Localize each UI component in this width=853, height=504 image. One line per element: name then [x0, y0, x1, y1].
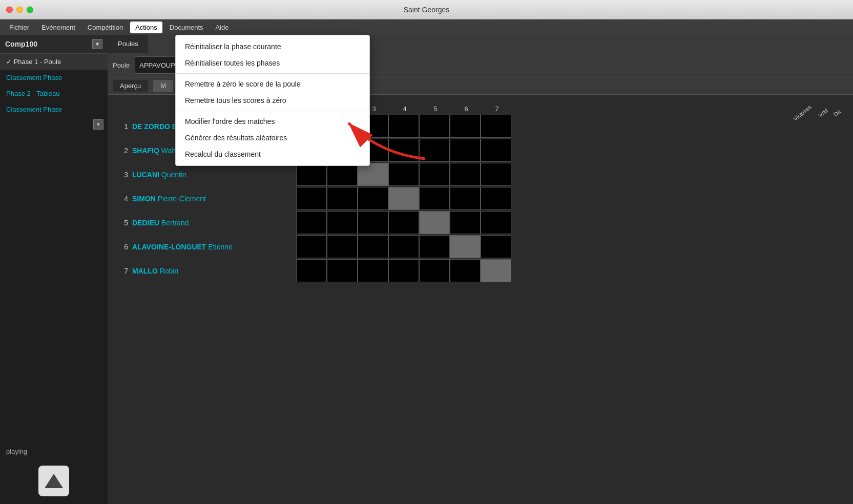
sidebar-phase-3[interactable]: Phase 2 - Tableau	[0, 86, 108, 101]
cell-4-1[interactable]	[296, 187, 327, 210]
player-num-1: 1	[118, 122, 128, 131]
cell-5-1[interactable]	[296, 211, 327, 234]
cell-3-5[interactable]	[419, 163, 450, 186]
player-name-3: LUCANI Quentin	[132, 171, 296, 179]
cell-7-2[interactable]	[327, 259, 358, 282]
cell-5-3[interactable]	[358, 211, 388, 234]
comp-name: Comp100	[5, 40, 92, 48]
cell-6-6[interactable]	[450, 235, 481, 258]
cell-3-4[interactable]	[388, 163, 419, 186]
col-headers: 1 2 3 4 5 6 7	[297, 105, 843, 113]
tab-m[interactable]: M	[153, 80, 173, 92]
dropdown-item-modifier-ordre[interactable]: Modifier l'ordre des matches	[176, 113, 369, 130]
dropdown-item-recalcul[interactable]: Recalcul du classement	[176, 146, 369, 162]
cell-7-6[interactable]	[450, 259, 481, 282]
cell-5-2[interactable]	[327, 211, 358, 234]
sidebar-phase-2[interactable]: Classement Phase	[0, 70, 108, 86]
menu-competition[interactable]: Compétition	[82, 22, 128, 33]
player-name-7: MALLO Robin	[132, 267, 296, 275]
player-name-4: SIMON Pierre-Clement	[132, 195, 296, 203]
cell-3-2[interactable]	[327, 163, 358, 186]
cell-5-5[interactable]	[419, 211, 450, 234]
dropdown-item-reset-score-poule[interactable]: Remettre à zéro le score de la poule	[176, 76, 369, 92]
cell-3-3[interactable]	[358, 163, 388, 186]
cell-5-4[interactable]	[388, 211, 419, 234]
cell-7-4[interactable]	[388, 259, 419, 282]
up-button[interactable]	[38, 466, 69, 496]
player-num-3: 3	[118, 171, 128, 179]
close-button[interactable]	[6, 6, 13, 13]
poule-label: Poule	[113, 61, 130, 69]
cell-6-2[interactable]	[327, 235, 358, 258]
comp-dropdown-btn[interactable]: ▼	[92, 39, 102, 49]
minimize-button[interactable]	[16, 6, 23, 13]
cell-2-4[interactable]	[388, 139, 419, 162]
menu-evenement[interactable]: Evénement	[36, 22, 80, 33]
cell-1-5[interactable]	[419, 115, 450, 138]
cell-6-5[interactable]	[419, 235, 450, 258]
sidebar-phase-1[interactable]: Phase 1 - Poule	[0, 54, 108, 70]
player-num-6: 6	[118, 243, 128, 251]
player-row-3: 3 LUCANI Quentin	[118, 163, 843, 186]
cell-4-3[interactable]	[358, 187, 388, 210]
menu-documents[interactable]: Documents	[164, 22, 209, 33]
cell-4-6[interactable]	[450, 187, 481, 210]
actions-dropdown: Réinitialiser la phase courante Réinitia…	[175, 35, 370, 166]
cell-7-5[interactable]	[419, 259, 450, 282]
cell-1-4[interactable]	[388, 115, 419, 138]
menubar: Fichier Evénement Compétition Actions Do…	[0, 19, 853, 35]
comp-selector: Comp100 ▼	[0, 35, 108, 54]
cell-1-6[interactable]	[450, 115, 481, 138]
menu-aide[interactable]: Aide	[211, 22, 234, 33]
player-num-7: 7	[118, 267, 128, 275]
status-label: playing	[0, 443, 108, 460]
cell-4-2[interactable]	[327, 187, 358, 210]
cell-1-7[interactable]	[481, 115, 511, 138]
cell-6-4[interactable]	[388, 235, 419, 258]
menu-fichier[interactable]: Fichier	[4, 22, 34, 33]
cell-7-3[interactable]	[358, 259, 388, 282]
maximize-button[interactable]	[27, 6, 33, 13]
player-row-6: 6 ALAVOINE-LONGUET Etienne	[118, 235, 843, 258]
titlebar: Saint Georges	[0, 0, 853, 19]
cell-2-6[interactable]	[450, 139, 481, 162]
cell-3-1[interactable]	[296, 163, 327, 186]
cell-4-5[interactable]	[419, 187, 450, 210]
player-cells-7	[296, 259, 511, 282]
up-arrow-icon	[45, 474, 63, 488]
cell-4-7[interactable]	[481, 187, 511, 210]
dropdown-item-reinit-all[interactable]: Réinitialiser toutes les phases	[176, 55, 369, 71]
player-row-5: 5 DEDIEU Bertrand	[118, 211, 843, 234]
player-name-6: ALAVOINE-LONGUET Etienne	[132, 243, 296, 251]
player-cells-5	[296, 211, 511, 234]
cell-3-7[interactable]	[481, 163, 511, 186]
cell-3-6[interactable]	[450, 163, 481, 186]
sidebar-phase-4[interactable]: Classement Phase	[0, 101, 108, 117]
cell-7-1[interactable]	[296, 259, 327, 282]
phase-more-btn[interactable]: ▼	[93, 119, 103, 130]
tab-poules[interactable]: Poules	[108, 35, 149, 53]
player-num-2: 2	[118, 146, 128, 155]
dropdown-item-reinit-phase[interactable]: Réinitialiser la phase courante	[176, 38, 369, 55]
cell-2-7[interactable]	[481, 139, 511, 162]
separator-1	[176, 73, 369, 74]
sidebar: Comp100 ▼ Phase 1 - Poule Classement Pha…	[0, 35, 108, 504]
player-row-4: 4 SIMON Pierre-Clement	[118, 187, 843, 210]
dropdown-item-reset-all-scores[interactable]: Remettre tous les scores à zéro	[176, 92, 369, 109]
tab-apercu[interactable]: Aperçu	[113, 80, 148, 92]
cell-6-7[interactable]	[481, 235, 511, 258]
menu-actions[interactable]: Actions	[130, 22, 162, 33]
cell-2-5[interactable]	[419, 139, 450, 162]
cell-5-7[interactable]	[481, 211, 511, 234]
cell-7-7[interactable]	[481, 259, 511, 282]
col-header-6: 6	[451, 105, 482, 113]
col-header-5: 5	[420, 105, 451, 113]
main-layout: Comp100 ▼ Phase 1 - Poule Classement Pha…	[0, 35, 853, 504]
cell-6-3[interactable]	[358, 235, 388, 258]
cell-5-6[interactable]	[450, 211, 481, 234]
dropdown-item-generer[interactable]: Générer des résultats aléatoires	[176, 130, 369, 146]
cell-6-1[interactable]	[296, 235, 327, 258]
player-cells-6	[296, 235, 511, 258]
traffic-lights	[6, 6, 33, 13]
cell-4-4[interactable]	[388, 187, 419, 210]
